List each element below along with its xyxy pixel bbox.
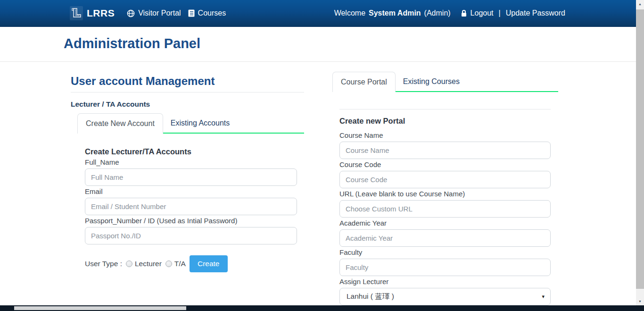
brand-label[interactable]: LRRS <box>87 8 115 19</box>
user-type-label: User Type : <box>85 260 122 268</box>
account-tabbar: Create New Account Existing Accounts <box>77 113 304 134</box>
brand-link[interactable]: LRRS <box>70 6 115 20</box>
user-type-row: User Type : Lecturer T/A Create <box>85 255 297 272</box>
create-portal-form: Create new Portal Course Name Course Cod… <box>339 116 551 311</box>
create-account-form: Create Lecturer/TA Accounts Full_Name Em… <box>85 147 297 272</box>
divider <box>339 109 551 109</box>
navbar-right: Welcome System Admin (Admin) Logout | Up… <box>334 9 565 17</box>
course-code-field[interactable] <box>339 171 551 188</box>
book-icon <box>188 9 195 17</box>
tab-create-new-account[interactable]: Create New Account <box>77 113 163 134</box>
assign-lecturer-select[interactable]: Lanhui ( 蓝琿 ) ▾ <box>339 288 551 305</box>
custom-url-group: URL (Leave blank to use Course Name) <box>339 189 551 218</box>
passport-label: Passport_Number / ID (Used as Intial Pas… <box>85 216 297 226</box>
academic-year-label: Academic Year <box>339 218 551 228</box>
assign-lecturer-label: Assign Lecturer <box>339 277 551 286</box>
lock-icon <box>461 9 467 17</box>
user-role: (Admin) <box>424 9 451 17</box>
update-password-link[interactable]: Update Password <box>506 9 565 17</box>
radio-ta[interactable] <box>165 261 172 267</box>
full-name-field[interactable] <box>85 168 297 186</box>
logout-link[interactable]: Logout <box>471 9 494 17</box>
tab-existing-accounts[interactable]: Existing Accounts <box>163 119 237 127</box>
admin-page: LRRS Visitor Portal <box>0 0 644 311</box>
scroll-down-arrow-icon[interactable]: ▼ <box>636 297 644 305</box>
course-tabbar-rest: Existing Courses <box>396 72 558 92</box>
horizontal-scrollbar-thumb[interactable] <box>14 306 186 310</box>
nav-visitor-portal-label[interactable]: Visitor Portal <box>138 9 181 17</box>
page-title: Administration Panel <box>64 36 644 51</box>
nav-separator: | <box>499 9 501 17</box>
tab-create-new-account-label: Create New Account <box>86 119 155 128</box>
course-name-group: Course Name <box>339 130 551 159</box>
user-name: System Admin <box>369 9 421 17</box>
user-account-section: User account Management Lecturer / TA Ac… <box>71 62 304 311</box>
email-group: Email <box>85 186 297 215</box>
course-name-field[interactable] <box>339 142 551 159</box>
academic-year-group: Academic Year <box>339 218 551 247</box>
globe-icon <box>127 9 135 17</box>
tab-existing-courses[interactable]: Existing Courses <box>396 77 467 86</box>
lrrs-logo-icon <box>70 6 83 20</box>
section-title: User account Management <box>71 75 304 88</box>
faculty-label: Faculty <box>339 247 551 257</box>
header-band: Administration Panel <box>0 27 644 62</box>
course-code-label: Course Code <box>339 160 551 169</box>
vertical-scrollbar-thumb[interactable] <box>636 9 644 289</box>
faculty-group: Faculty <box>339 247 551 276</box>
course-tabbar: Course Portal Existing Courses <box>332 72 558 92</box>
radio-lecturer[interactable] <box>126 261 132 267</box>
top-navbar: LRRS Visitor Portal <box>0 0 636 27</box>
main-content: User account Management Lecturer / TA Ac… <box>71 62 558 311</box>
assign-lecturer-group: Assign Lecturer Lanhui ( 蓝琿 ) ▾ <box>339 277 551 305</box>
full-name-label: Full_Name <box>85 157 297 167</box>
passport-field[interactable] <box>85 227 297 244</box>
navbar-inner: LRRS Visitor Portal <box>0 0 636 26</box>
custom-url-field[interactable] <box>339 200 551 218</box>
chevron-down-icon: ▾ <box>542 294 545 300</box>
nav-visitor-portal[interactable]: Visitor Portal <box>127 9 181 17</box>
custom-url-label: URL (Leave blank to use Course Name) <box>339 189 551 199</box>
email-label: Email <box>85 186 297 196</box>
assign-lecturer-value: Lanhui ( 蓝琿 ) <box>347 292 394 302</box>
create-button[interactable]: Create <box>190 255 228 272</box>
full-name-group: Full_Name <box>85 157 297 186</box>
welcome-text: Welcome <box>334 9 365 17</box>
faculty-field[interactable] <box>339 259 551 276</box>
radio-lecturer-label[interactable]: Lecturer <box>135 260 162 268</box>
course-code-group: Course Code <box>339 160 551 188</box>
radio-ta-label[interactable]: T/A <box>174 260 186 268</box>
nav-courses-label[interactable]: Courses <box>198 9 226 17</box>
nav-courses[interactable]: Courses <box>188 9 226 17</box>
course-name-label: Course Name <box>339 130 551 140</box>
tab-course-portal-label: Course Portal <box>341 78 387 86</box>
scroll-up-arrow-icon[interactable]: ▲ <box>636 0 644 8</box>
academic-year-field[interactable] <box>339 229 551 247</box>
course-portal-section: Course Portal Existing Courses Create ne… <box>332 62 558 311</box>
email-field[interactable] <box>85 198 297 215</box>
divider <box>71 92 304 92</box>
vertical-scrollbar[interactable]: ▲ ▼ <box>636 0 644 305</box>
navbar-left: LRRS Visitor Portal <box>70 6 226 20</box>
create-account-form-heading: Create Lecturer/TA Accounts <box>85 147 297 156</box>
account-tabbar-rest: Existing Accounts <box>163 113 304 134</box>
horizontal-scrollbar[interactable] <box>0 305 644 311</box>
lecturer-ta-subtitle: Lecturer / TA Accounts <box>71 100 304 109</box>
passport-group: Passport_Number / ID (Used as Intial Pas… <box>85 216 297 244</box>
tab-course-portal[interactable]: Course Portal <box>332 72 396 92</box>
create-portal-heading: Create new Portal <box>339 116 551 126</box>
